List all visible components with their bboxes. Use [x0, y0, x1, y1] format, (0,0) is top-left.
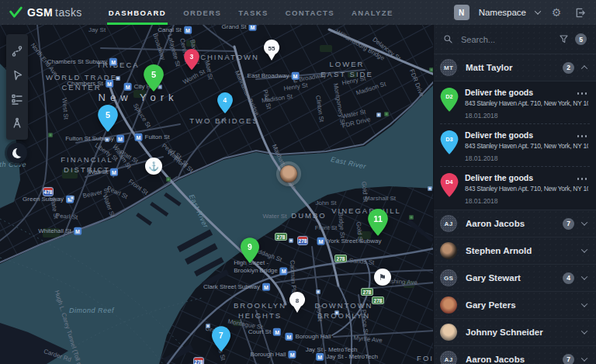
map-pin-4[interactable]: 4: [217, 92, 233, 116]
svg-text:D3: D3: [445, 136, 452, 143]
task-card[interactable]: D4Deliver the goods843 Stanley Haven Apt…: [434, 167, 596, 210]
map-pin-11[interactable]: 11: [368, 209, 388, 239]
svg-text:5: 5: [106, 110, 110, 120]
chevron-down-icon[interactable]: [581, 328, 587, 334]
namespace-selector[interactable]: Namespace: [479, 8, 526, 17]
count-badge: 4: [563, 272, 574, 284]
roster-row[interactable]: Gary Peters: [434, 292, 596, 319]
main-nav: DASHBOARDORDERSTASKSCONTACTSANALYZE: [109, 0, 393, 25]
filter-count-badge: 5: [575, 33, 587, 45]
poi-marker[interactable]: ⚓: [145, 158, 162, 175]
task-title: Deliver the goods: [465, 130, 576, 140]
top-bar: GSM tasks DASHBOARDORDERSTASKSCONTACTSAN…: [0, 0, 596, 25]
task-address: 843 Stanley Haven Apt. 710, New York, NY…: [465, 185, 588, 192]
roster-name: Aaron Jacobs: [466, 355, 563, 364]
poi-marker[interactable]: ⚑: [374, 269, 391, 286]
map-canvas[interactable]: TRIBECACHINATOWNLOWER EAST SIDEWORLD TRA…: [0, 25, 435, 364]
measure-icon[interactable]: [6, 111, 28, 135]
chevron-down-icon[interactable]: [581, 219, 587, 225]
count-badge: 2: [563, 62, 574, 74]
gear-icon[interactable]: ⚙: [549, 5, 563, 19]
chevron-down-icon[interactable]: [581, 246, 587, 252]
roster-name: Stephen Arnold: [466, 246, 574, 255]
svg-text:4: 4: [224, 96, 227, 104]
chevron-down-icon[interactable]: [535, 8, 541, 14]
map-pin-5[interactable]: 5: [144, 64, 164, 95]
svg-text:8: 8: [296, 297, 300, 304]
nav-analyze[interactable]: ANALYZE: [352, 0, 393, 25]
task-date: 18.01.2018: [465, 197, 588, 205]
svg-text:5: 5: [151, 70, 156, 79]
task-sidebar: 5 MTMatt Taylor2D2Deliver the goods843 S…: [433, 25, 596, 364]
roster-row[interactable]: Stephen Arnold: [434, 237, 596, 265]
map-pin-9[interactable]: 9: [241, 237, 259, 266]
roster-name: Aaron Jacobs: [466, 219, 563, 228]
task-date: 18.01.2018: [465, 112, 588, 120]
nav-orders[interactable]: ORDERS: [183, 0, 221, 25]
count-badge: 7: [563, 354, 574, 364]
avatar: [440, 296, 457, 314]
roster-row[interactable]: MTMatt Taylor2: [434, 54, 596, 81]
task-address: 843 Stanley Haven Apt. 710, New York, NY…: [465, 142, 588, 150]
map-markers: 354555⚓1198⚑7: [0, 25, 435, 364]
brand-logo: GSM tasks: [9, 6, 82, 19]
chevron-up-icon[interactable]: [581, 65, 587, 71]
map-toolbar: [6, 34, 28, 140]
svg-text:3: 3: [190, 53, 194, 61]
map-balloon-8[interactable]: 8: [289, 292, 305, 316]
roster-row[interactable]: AJAaron Jacobs7: [434, 346, 596, 364]
user-avatar[interactable]: N: [454, 5, 470, 20]
chevron-down-icon[interactable]: [581, 355, 587, 361]
nav-contacts[interactable]: CONTACTS: [286, 0, 334, 25]
map-pin-7[interactable]: 7: [212, 326, 230, 355]
task-menu-icon[interactable]: [576, 91, 589, 96]
task-pin-icon: D4: [440, 173, 460, 210]
search-input[interactable]: [459, 34, 553, 45]
svg-text:9: 9: [248, 243, 252, 251]
roster: MTMatt Taylor2D2Deliver the goods843 Sta…: [434, 54, 596, 364]
avatar: MT: [440, 59, 457, 76]
task-menu-icon[interactable]: [576, 176, 589, 182]
task-date: 18.01.2018: [465, 154, 588, 162]
nav-dashboard[interactable]: DASHBOARD: [109, 0, 166, 25]
task-card[interactable]: D2Deliver the goods843 Stanley Haven Apt…: [434, 81, 596, 124]
task-address: 843 Stanley Haven Apt. 710, New York, NY…: [465, 99, 588, 107]
brand-name-light: tasks: [55, 6, 82, 19]
chevron-down-icon[interactable]: [581, 300, 587, 307]
avatar: AJ: [440, 215, 457, 232]
roster-row[interactable]: AJAaron Jacobs7: [434, 210, 596, 237]
route-icon[interactable]: [6, 39, 28, 63]
map-balloon-55[interactable]: 55: [264, 40, 279, 64]
checkmark-logo-icon: [9, 6, 23, 19]
map-pin-5[interactable]: 5: [98, 105, 118, 135]
roster-name: Matt Taylor: [466, 63, 563, 72]
roster-row[interactable]: GSGary Stewart4: [434, 265, 596, 292]
search-icon: [443, 34, 453, 44]
brand-name-bold: GSM: [27, 6, 53, 19]
app-window: GSM tasks DASHBOARDORDERSTASKSCONTACTSAN…: [0, 0, 596, 364]
svg-text:7: 7: [219, 331, 224, 340]
search-bar: 5: [434, 25, 596, 54]
sign-out-icon[interactable]: [573, 5, 587, 19]
roster-name: Johnny Schneider: [466, 328, 574, 337]
cursor-icon[interactable]: [6, 63, 28, 87]
roster-row[interactable]: Johnny Schneider: [434, 319, 596, 346]
header-right: N Namespace ⚙: [454, 5, 587, 20]
count-badge: 7: [563, 218, 574, 230]
driver-location-marker[interactable]: [280, 165, 297, 182]
avatar: [440, 324, 457, 341]
chevron-down-icon[interactable]: [581, 273, 587, 279]
map-pin-3[interactable]: 3: [184, 49, 199, 73]
task-menu-icon[interactable]: [576, 133, 589, 139]
roster-name: Gary Stewart: [466, 273, 563, 283]
avatar: AJ: [440, 351, 457, 364]
task-card[interactable]: D3Deliver the goods843 Stanley Haven Apt…: [434, 124, 596, 167]
task-pin-icon: D3: [440, 130, 460, 167]
task-title: Deliver the goods: [465, 173, 576, 182]
svg-text:D2: D2: [445, 93, 452, 100]
task-list-icon[interactable]: [6, 87, 28, 111]
filter-icon[interactable]: [559, 34, 569, 44]
task-pin-icon: D2: [440, 88, 460, 124]
dark-mode-toggle[interactable]: [7, 143, 27, 163]
nav-tasks[interactable]: TASKS: [238, 0, 269, 25]
